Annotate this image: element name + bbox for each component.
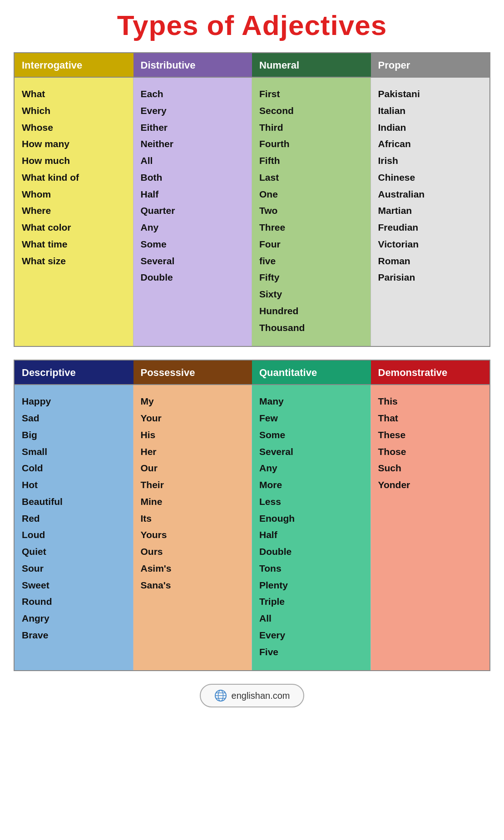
list-item: Every [259,627,363,644]
list-item: Some [259,427,363,444]
list-item: Third [259,119,363,136]
list-item: How many [22,136,126,153]
col-header-descriptive: Descriptive [15,361,133,384]
section-1: InterrogativeDistributiveNumeralProper W… [14,52,490,347]
list-item: Whom [22,186,126,203]
list-item: Australian [378,186,483,203]
list-item: Red [22,510,126,527]
list-item: Martian [378,203,483,219]
list-item: Every [141,103,245,119]
list-item: Parisian [378,269,483,286]
list-item: His [141,427,245,444]
list-item: Quiet [22,544,126,560]
section-2-headers: DescriptivePossessiveQuantitativeDemonst… [15,361,489,384]
list-item: Its [141,510,245,527]
list-item: Indian [378,119,483,136]
col-body-interrogative: WhatWhichWhoseHow manyHow muchWhat kind … [15,78,133,346]
col-header-demonstrative: Demonstrative [371,361,490,384]
list-item: Those [378,444,483,460]
col-body-distributive: EachEveryEitherNeitherAllBothHalfQuarter… [133,78,252,346]
list-item: Pakistani [378,86,483,103]
list-item: What kind of [22,169,126,186]
list-item: Small [22,444,126,460]
list-item: Sixty [259,286,363,303]
list-item: Italian [378,103,483,119]
list-item: Several [141,253,245,270]
list-item: Half [259,527,363,544]
list-item: All [259,610,363,627]
list-item: Second [259,103,363,119]
list-item: Whose [22,119,126,136]
list-item: Your [141,410,245,427]
section-2-body: HappySadBigSmallColdHotBeautifulRedLoudQ… [15,384,489,670]
col-header-possessive: Possessive [133,361,252,384]
list-item: Irish [378,153,483,169]
list-item: Hundred [259,303,363,320]
list-item: More [259,477,363,494]
list-item: Many [259,393,363,410]
list-item: Tons [259,560,363,577]
col-header-proper: Proper [371,53,490,77]
list-item: Round [22,593,126,610]
list-item: Loud [22,527,126,544]
list-item: Enough [259,510,363,527]
list-item: Her [141,444,245,460]
col-header-numeral: Numeral [252,53,371,77]
list-item: Both [141,169,245,186]
list-item: Double [259,544,363,560]
list-item: Mine [141,494,245,510]
list-item: Quarter [141,203,245,219]
list-item: Double [141,269,245,286]
col-body-quantitative: ManyFewSomeSeveralAnyMoreLessEnoughHalfD… [252,385,371,670]
list-item: Five [259,644,363,661]
list-item: Our [141,460,245,477]
list-item: My [141,393,245,410]
list-item: Fifty [259,269,363,286]
list-item: Where [22,203,126,219]
list-item: Any [141,219,245,236]
list-item: Hot [22,477,126,494]
list-item: Either [141,119,245,136]
list-item: Half [141,186,245,203]
footer-url: englishan.com [232,691,290,701]
list-item: Sad [22,410,126,427]
list-item: Brave [22,627,126,644]
list-item: Cold [22,460,126,477]
list-item: These [378,427,483,444]
list-item: Any [259,460,363,477]
list-item: Neither [141,136,245,153]
page-title: Types of Adjectives [14,9,490,41]
section-1-headers: InterrogativeDistributiveNumeralProper [15,53,489,77]
list-item: Angry [22,610,126,627]
list-item: Several [259,444,363,460]
list-item: Sour [22,560,126,577]
list-item: One [259,186,363,203]
col-header-distributive: Distributive [133,53,252,77]
list-item: Yours [141,527,245,544]
list-item: five [259,253,363,270]
col-body-demonstrative: ThisThatTheseThoseSuchYonder [371,385,490,670]
section-1-body: WhatWhichWhoseHow manyHow muchWhat kind … [15,77,489,346]
list-item: Last [259,169,363,186]
list-item: Thousand [259,320,363,336]
list-item: Less [259,494,363,510]
footer-badge: englishan.com [200,684,305,707]
col-header-interrogative: Interrogative [15,53,133,77]
list-item: How much [22,153,126,169]
list-item: Asim's [141,560,245,577]
list-item: Which [22,103,126,119]
list-item: African [378,136,483,153]
list-item: Some [141,236,245,253]
list-item: Roman [378,253,483,270]
footer: englishan.com [14,684,490,707]
list-item: Beautiful [22,494,126,510]
list-item: Each [141,86,245,103]
list-item: Ours [141,544,245,560]
list-item: Sweet [22,577,126,594]
col-body-descriptive: HappySadBigSmallColdHotBeautifulRedLoudQ… [15,385,133,670]
list-item: What [22,86,126,103]
list-item: Happy [22,393,126,410]
list-item: Their [141,477,245,494]
col-body-numeral: FirstSecondThirdFourthFifthLastOneTwoThr… [252,78,371,346]
list-item: Sana's [141,577,245,594]
